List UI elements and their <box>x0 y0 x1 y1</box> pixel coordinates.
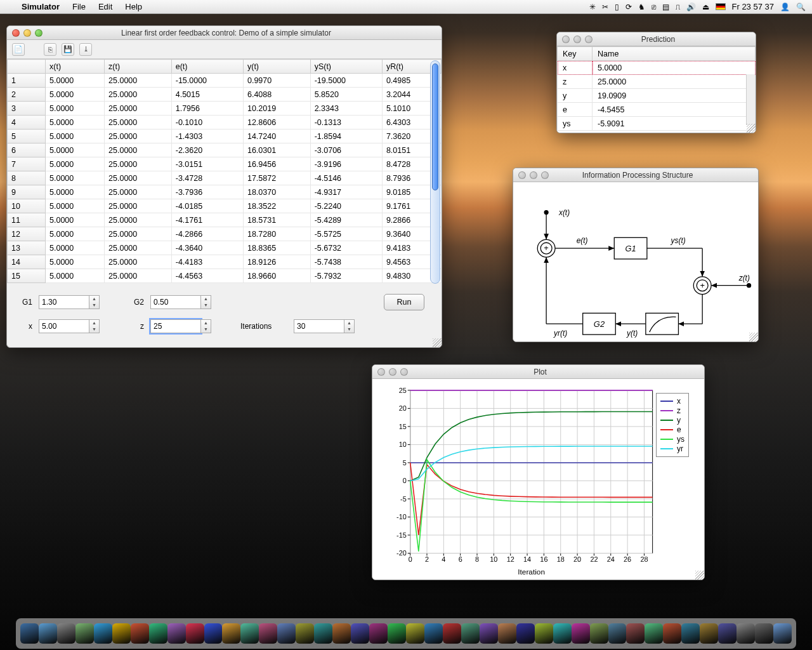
dock-app-icon[interactable] <box>388 623 406 644</box>
close-button[interactable] <box>562 36 570 43</box>
column-header[interactable]: x(t) <box>46 60 105 74</box>
z-input[interactable] <box>150 319 201 333</box>
zoom-button[interactable] <box>541 171 549 179</box>
dock-app-icon[interactable] <box>480 623 498 644</box>
vertical-scrollbar[interactable] <box>430 60 440 284</box>
dock-app-icon[interactable] <box>75 623 94 644</box>
resize-handle[interactable] <box>747 124 756 133</box>
copy-button[interactable]: ⎘ <box>44 43 56 56</box>
dock-app-icon[interactable] <box>167 623 186 644</box>
table-row[interactable]: 95.000025.0000-3.793618.0370-4.93179.018… <box>8 185 442 199</box>
dock-app-icon[interactable] <box>57 623 75 644</box>
dock-app-icon[interactable] <box>498 623 516 644</box>
menuextra-icon[interactable]: ▯ <box>615 3 619 11</box>
menu-help[interactable]: Help <box>119 2 148 11</box>
dock-app-icon[interactable] <box>535 623 553 644</box>
dock-app-icon[interactable] <box>461 623 480 644</box>
iterations-input[interactable] <box>294 319 344 333</box>
dock-app-icon[interactable] <box>626 623 645 644</box>
dock-app-icon[interactable] <box>516 623 535 644</box>
resize-handle[interactable] <box>749 333 758 342</box>
column-header[interactable]: Name <box>593 47 756 61</box>
dock-app-icon[interactable] <box>20 623 39 644</box>
menu-file[interactable]: File <box>66 2 92 11</box>
minimize-button[interactable] <box>530 171 537 179</box>
table-row[interactable]: 15.000025.0000-15.00000.9970-19.50000.49… <box>8 74 442 88</box>
g1-stepper[interactable]: ▲▼ <box>89 295 100 309</box>
dock-app-icon[interactable] <box>149 623 167 644</box>
dock-app-icon[interactable] <box>131 623 149 644</box>
dock-app-icon[interactable] <box>351 623 369 644</box>
minimize-button[interactable] <box>573 36 581 43</box>
dock-app-icon[interactable] <box>773 623 792 644</box>
table-row[interactable]: 35.000025.00001.795610.20192.33435.1010 <box>8 102 442 116</box>
dock-app-icon[interactable] <box>424 623 443 644</box>
table-row[interactable]: 145.000025.0000-4.418318.9126-5.74389.45… <box>8 255 442 269</box>
menu-edit[interactable]: Edit <box>92 2 119 11</box>
resize-handle[interactable] <box>695 571 704 580</box>
save-button[interactable]: 💾 <box>62 43 74 56</box>
column-header[interactable]: yS(t) <box>310 60 382 74</box>
g2-stepper[interactable]: ▲▼ <box>201 295 211 309</box>
table-row[interactable]: 75.000025.0000-3.015116.9456-3.91968.472… <box>8 157 442 171</box>
dock-app-icon[interactable] <box>112 623 131 644</box>
menuextra-icon[interactable]: ♞ <box>638 3 645 11</box>
dock-app-icon[interactable] <box>443 623 461 644</box>
column-header[interactable]: Key <box>558 47 593 61</box>
vertical-scrollbar[interactable] <box>746 74 755 125</box>
zoom-button[interactable] <box>585 36 593 43</box>
dock-app-icon[interactable] <box>94 623 112 644</box>
minimize-button[interactable] <box>389 368 396 376</box>
column-header[interactable]: z(t) <box>105 60 172 74</box>
spotlight-icon[interactable]: 🔍 <box>796 3 806 11</box>
app-menu[interactable]: Simulator <box>15 2 66 11</box>
column-header[interactable]: y(t) <box>243 60 310 74</box>
table-row[interactable]: 135.000025.0000-4.364018.8365-5.67329.41… <box>8 241 442 255</box>
volume-icon[interactable]: 🔊 <box>686 3 696 11</box>
table-row[interactable]: 125.000025.0000-4.286618.7280-5.57259.36… <box>8 227 442 241</box>
table-row[interactable]: y19.0909 <box>558 89 756 103</box>
dock-app-icon[interactable] <box>553 623 572 644</box>
export-button[interactable]: ⤓ <box>79 43 92 56</box>
dock-app-icon[interactable] <box>259 623 277 644</box>
dock-app-icon[interactable] <box>590 623 608 644</box>
dock-app-icon[interactable] <box>39 623 57 644</box>
dock-app-icon[interactable] <box>314 623 332 644</box>
dock-app-icon[interactable] <box>572 623 590 644</box>
table-row[interactable]: 85.000025.0000-3.472817.5872-4.51468.793… <box>8 171 442 185</box>
dock-app-icon[interactable] <box>608 623 627 644</box>
zoom-button[interactable] <box>400 368 408 376</box>
menuextra-icon[interactable]: ⟳ <box>625 3 632 11</box>
dock-app-icon[interactable] <box>332 623 351 644</box>
run-button[interactable]: Run <box>384 294 424 310</box>
iterations-stepper[interactable]: ▲▼ <box>344 319 355 333</box>
table-row[interactable]: ys-5.9091 <box>558 117 756 131</box>
z-stepper[interactable]: ▲▼ <box>201 319 211 333</box>
titlebar[interactable]: Linear first order feedback control: Dem… <box>7 26 442 40</box>
dock-app-icon[interactable] <box>240 623 259 644</box>
x-input[interactable] <box>39 319 89 333</box>
dock-app-icon[interactable] <box>700 623 718 644</box>
new-doc-button[interactable]: 📄 <box>12 43 25 56</box>
table-row[interactable]: 105.000025.0000-4.018518.3522-5.22409.17… <box>8 199 442 213</box>
resize-handle[interactable] <box>433 338 442 347</box>
table-row[interactable]: z25.0000 <box>558 75 756 89</box>
table-row[interactable]: 45.000025.0000-0.101012.8606-0.13136.430… <box>8 116 442 129</box>
dock-app-icon[interactable] <box>369 623 388 644</box>
dock-app-icon[interactable] <box>186 623 204 644</box>
dock-app-icon[interactable] <box>277 623 296 644</box>
dock-app-icon[interactable] <box>718 623 737 644</box>
minimize-button[interactable] <box>23 29 31 37</box>
dock-app-icon[interactable] <box>755 623 773 644</box>
close-button[interactable] <box>377 368 385 376</box>
dock-app-icon[interactable] <box>737 623 755 644</box>
dock-app-icon[interactable] <box>406 623 424 644</box>
menuextra-icon[interactable]: ✳ <box>589 3 596 11</box>
table-row[interactable]: 25.000025.00004.50156.40885.85203.2044 <box>8 88 442 102</box>
table-row[interactable]: x5.0000 <box>558 61 756 75</box>
titlebar[interactable]: Prediction <box>557 32 756 46</box>
column-header[interactable]: e(t) <box>171 60 243 74</box>
zoom-button[interactable] <box>35 29 43 37</box>
menubar-clock[interactable]: Fr 23 57 37 <box>732 2 775 11</box>
menuextra-icon[interactable]: ⎚ <box>652 3 656 11</box>
